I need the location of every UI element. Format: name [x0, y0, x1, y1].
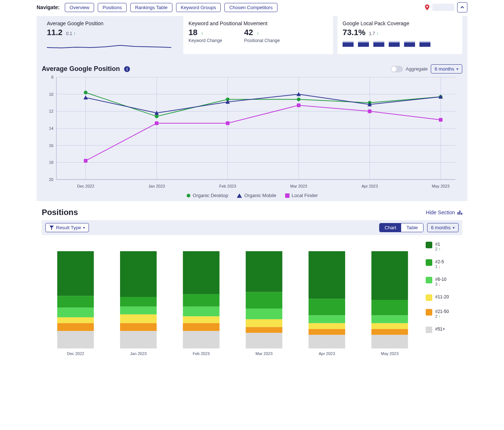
- positions-title: Positions: [42, 208, 78, 217]
- svg-rect-61: [120, 307, 157, 314]
- svg-rect-80: [309, 251, 345, 299]
- positions-legend-item[interactable]: #21-502 ↑: [426, 309, 462, 318]
- card-title: Google Local Pack Coverage: [343, 20, 457, 26]
- svg-rect-49: [458, 212, 459, 215]
- svg-rect-71: [183, 331, 220, 348]
- coverage-delta: 1.7 ↑: [369, 31, 378, 36]
- nav-overview[interactable]: Overview: [65, 3, 94, 12]
- svg-rect-70: [183, 323, 220, 331]
- legend-swatch: [426, 309, 432, 316]
- svg-text:Mar 2023: Mar 2023: [290, 184, 307, 188]
- legend-organic-desktop[interactable]: Organic Desktop: [186, 193, 228, 198]
- svg-rect-45: [439, 118, 443, 122]
- avg-value: 11.2: [47, 28, 63, 37]
- svg-point-29: [155, 114, 158, 118]
- svg-marker-34: [83, 95, 88, 99]
- svg-text:Jan 2023: Jan 2023: [148, 184, 165, 188]
- view-chart-button[interactable]: Chart: [380, 223, 402, 232]
- line-chart-legend: Organic Desktop Organic Mobile Local Fin…: [42, 193, 462, 198]
- result-type-dropdown[interactable]: Result Type ▾: [45, 223, 89, 232]
- chevron-down-icon: ▾: [453, 226, 455, 230]
- svg-point-46: [187, 194, 190, 197]
- positions-filter-bar: Result Type ▾ Chart Table 6 months ▾: [42, 220, 462, 235]
- svg-rect-91: [372, 329, 408, 335]
- svg-rect-41: [155, 121, 158, 125]
- svg-text:14: 14: [49, 126, 53, 131]
- svg-text:20: 20: [49, 177, 53, 182]
- chevron-down-icon: ▾: [83, 226, 85, 230]
- svg-rect-50: [459, 211, 460, 215]
- svg-rect-77: [246, 327, 282, 333]
- chart-table-segmented: Chart Table: [379, 223, 423, 232]
- positions-legend-item[interactable]: #2-51 ↓: [426, 259, 462, 269]
- nav-positions[interactable]: Positions: [98, 3, 127, 12]
- hide-section-link[interactable]: Hide Section: [426, 210, 462, 215]
- svg-rect-82: [309, 316, 345, 323]
- svg-rect-64: [120, 331, 157, 348]
- svg-rect-44: [368, 109, 372, 113]
- avg-sparkline: [47, 41, 171, 50]
- arrow-up-icon: ↑: [257, 31, 259, 36]
- svg-rect-75: [246, 309, 282, 319]
- svg-text:Feb 2023: Feb 2023: [219, 184, 236, 188]
- svg-rect-68: [183, 307, 220, 317]
- positions-stacked-chart: Dec 2022Jan 2023Feb 2023Mar 2023Apr 2023…: [42, 240, 423, 357]
- svg-text:10: 10: [49, 92, 53, 97]
- positions-legend-item[interactable]: #11-20: [426, 294, 462, 301]
- svg-text:May 2023: May 2023: [432, 184, 449, 188]
- svg-rect-56: [57, 323, 94, 331]
- bar-chart-icon: [457, 210, 462, 215]
- nav-rankings-table[interactable]: Rankings Table: [130, 3, 172, 12]
- svg-rect-51: [461, 213, 462, 215]
- coverage-value: 73.1%: [343, 28, 365, 37]
- collapse-button[interactable]: [457, 2, 467, 12]
- svg-rect-48: [285, 193, 290, 198]
- view-table-button[interactable]: Table: [401, 223, 423, 232]
- keyword-change-value: 18: [188, 28, 197, 37]
- positions-legend-item[interactable]: #6-103 ↓: [426, 277, 462, 286]
- svg-rect-90: [372, 323, 408, 329]
- svg-text:Jan 2023: Jan 2023: [130, 351, 146, 356]
- positions-section-head: Positions Hide Section: [37, 201, 467, 220]
- avg-position-line-chart: 8101214161820Dec 2022Jan 2023Feb 2023Mar…: [42, 73, 459, 191]
- svg-text:Feb 2023: Feb 2023: [193, 351, 209, 356]
- legend-local-finder[interactable]: Local Finder: [285, 193, 318, 198]
- nav-keyword-groups[interactable]: Keyword Groups: [176, 3, 221, 12]
- svg-rect-92: [372, 335, 408, 348]
- arrow-up-icon: ↑: [376, 31, 378, 36]
- info-icon[interactable]: i: [124, 66, 130, 72]
- svg-rect-85: [309, 335, 345, 348]
- aggregate-toggle[interactable]: [391, 66, 403, 72]
- svg-rect-89: [372, 316, 408, 323]
- svg-rect-62: [120, 314, 157, 323]
- svg-rect-84: [309, 329, 345, 335]
- legend-swatch: [426, 327, 432, 333]
- range-dropdown[interactable]: 6 months ▾: [431, 64, 462, 73]
- svg-rect-74: [246, 292, 282, 309]
- avg-position-chart-block: Average Google Position i Aggregate 6 mo…: [37, 59, 467, 201]
- svg-text:Dec 2022: Dec 2022: [67, 351, 84, 356]
- card-avg-google-position: Average Google Position 11.2 0.1 ↑: [42, 16, 179, 54]
- legend-swatch: [426, 259, 432, 266]
- positions-legend-item[interactable]: #51+: [426, 327, 462, 333]
- card-local-pack-coverage: Google Local Pack Coverage 73.1% 1.7 ↑: [337, 16, 462, 54]
- svg-rect-88: [372, 300, 408, 316]
- location-pin-icon: [425, 4, 429, 10]
- location-chip[interactable]: [432, 4, 454, 11]
- chevron-down-icon: ▾: [456, 67, 458, 71]
- arrow-up-icon: ↑: [201, 31, 204, 36]
- legend-organic-mobile[interactable]: Organic Mobile: [237, 193, 276, 198]
- aggregate-label: Aggregate: [406, 66, 428, 72]
- nav-chosen-competitors[interactable]: Chosen Competitors: [224, 3, 277, 12]
- svg-text:16: 16: [49, 143, 53, 148]
- positions-legend-item[interactable]: #12 ↑: [426, 242, 462, 251]
- svg-point-31: [297, 98, 300, 101]
- svg-rect-66: [183, 251, 220, 294]
- svg-marker-47: [237, 193, 242, 198]
- svg-rect-81: [309, 299, 345, 315]
- svg-rect-67: [183, 294, 220, 307]
- svg-text:Dec 2022: Dec 2022: [77, 184, 94, 188]
- positions-range-dropdown[interactable]: 6 months ▾: [427, 223, 459, 232]
- card-title: Keyword and Positional Movement: [188, 20, 328, 26]
- svg-rect-52: [57, 251, 94, 296]
